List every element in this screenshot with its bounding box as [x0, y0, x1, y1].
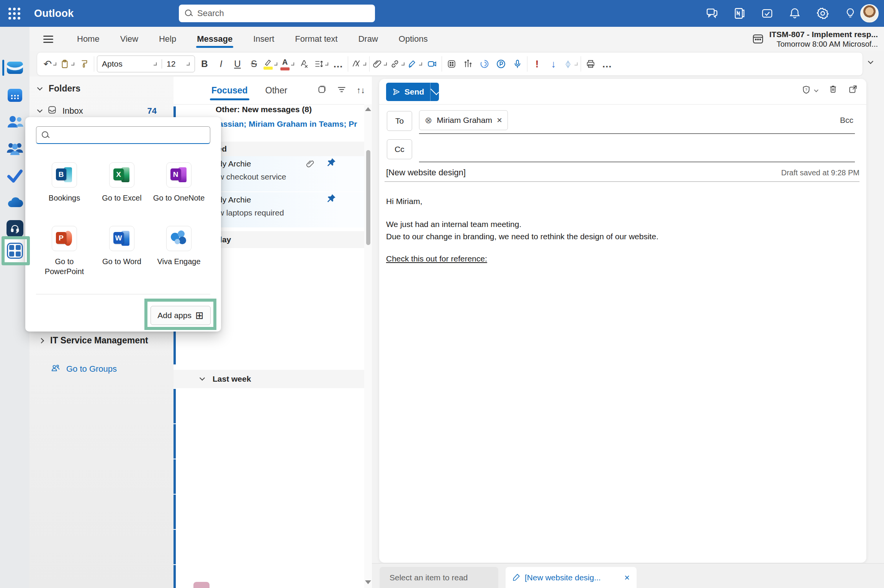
font-family-select[interactable]: Aptos	[97, 59, 162, 69]
to-button[interactable]: To	[387, 111, 412, 131]
itsm-expand-icon[interactable]	[39, 338, 44, 343]
select-messages-icon[interactable]	[317, 85, 327, 96]
tab-draft-new-website-design[interactable]: [New website desig... ×	[506, 567, 637, 588]
sensitivity-button[interactable]	[563, 56, 578, 72]
app-tile-powerpoint[interactable]: P Go to PowerPoint	[36, 226, 93, 276]
tab-home[interactable]: Home	[69, 29, 107, 49]
signature-button[interactable]	[408, 56, 422, 72]
apps-search-input[interactable]	[53, 131, 210, 139]
tab-focused[interactable]: Focused	[211, 85, 248, 96]
ribbon-collapse-icon[interactable]	[868, 59, 873, 64]
tips-lightbulb-icon[interactable]	[844, 7, 856, 20]
meeting-reminder[interactable]: ITSM-807 - Implement resp... Tomorrow 8:…	[751, 30, 878, 49]
cc-field-line[interactable]	[419, 162, 855, 162]
add-apps-button[interactable]: Add apps ⊞	[151, 306, 211, 325]
video-meeting-button[interactable]	[425, 56, 439, 72]
onedrive-cloud-icon[interactable]	[6, 194, 24, 211]
remove-recipient-icon[interactable]: ×	[497, 115, 502, 126]
go-to-groups-link[interactable]: Go to Groups	[50, 363, 117, 375]
mail-icon[interactable]	[6, 59, 24, 77]
body-line-link[interactable]: Check this out for reference:	[386, 254, 487, 263]
apps-search-field[interactable]	[36, 126, 210, 144]
undo-button[interactable]: ↶	[43, 56, 57, 72]
tab-help[interactable]: Help	[151, 29, 184, 49]
account-avatar[interactable]	[860, 4, 879, 23]
search-input[interactable]: Search	[179, 5, 375, 22]
more-apps-grid-icon[interactable]	[6, 242, 24, 260]
bold-button[interactable]: B	[198, 56, 211, 72]
sidebar-item-inbox[interactable]: Inbox 74	[38, 105, 168, 117]
tab-options[interactable]: Options	[391, 29, 435, 49]
copilot-button[interactable]	[494, 56, 508, 72]
banner-senders[interactable]: Atlassian; Miriam Graham in Teams; Pra..…	[208, 119, 357, 129]
filter-icon[interactable]	[337, 85, 347, 96]
tab-insert[interactable]: Insert	[246, 29, 282, 49]
close-draft-tab-icon[interactable]: ×	[624, 572, 630, 583]
app-tile-viva-engage[interactable]: Viva Engage	[150, 226, 208, 266]
underline-button[interactable]: U	[231, 56, 244, 72]
app-tile-excel[interactable]: X Go to Excel	[93, 162, 151, 203]
print-button[interactable]	[584, 56, 598, 72]
teams-chat-icon[interactable]	[706, 7, 719, 20]
todo-check-icon[interactable]	[6, 167, 24, 185]
groups-icon[interactable]	[6, 140, 24, 158]
bcc-toggle[interactable]: Bcc	[840, 116, 853, 125]
inbox-expand-icon[interactable]	[37, 107, 43, 113]
more-formatting-button[interactable]: …	[331, 56, 345, 72]
last-week-collapse-icon[interactable]	[200, 375, 205, 381]
highlight-color-button[interactable]	[264, 56, 278, 72]
onenote-feed-icon[interactable]	[733, 7, 746, 20]
app-launcher-icon[interactable]	[8, 8, 20, 20]
loop-button[interactable]	[478, 56, 491, 72]
italic-button[interactable]: I	[214, 56, 228, 72]
tab-other[interactable]: Other	[265, 85, 288, 96]
pin-icon[interactable]	[326, 193, 337, 205]
tab-select-item-to-read[interactable]: Select an item to read	[380, 567, 498, 588]
strikethrough-button[interactable]: S	[247, 56, 261, 72]
body-line[interactable]: We just had an internal team meeting.	[386, 220, 521, 229]
app-tile-bookings[interactable]: B Bookings	[36, 162, 93, 203]
dictate-button[interactable]	[511, 56, 524, 72]
discard-trash-icon[interactable]	[828, 84, 838, 96]
other-new-messages-banner[interactable]: Other: New messages (8)	[216, 105, 312, 114]
insert-link-button[interactable]	[390, 56, 405, 72]
more-options-button[interactable]: …	[600, 56, 614, 72]
recipient-chip[interactable]: ⊗ Miriam Graham ×	[419, 110, 508, 130]
pin-icon[interactable]	[326, 157, 337, 169]
folders-collapse-icon[interactable]	[37, 85, 43, 90]
cc-button[interactable]: Cc	[387, 139, 412, 159]
send-options-icon[interactable]	[431, 87, 439, 95]
low-importance-button[interactable]: ↓	[547, 56, 560, 72]
styles-button[interactable]	[351, 56, 367, 72]
poll-button[interactable]	[461, 56, 475, 72]
to-field-line[interactable]	[419, 133, 855, 134]
calendar-icon[interactable]	[6, 87, 24, 104]
apps-button[interactable]	[445, 56, 458, 72]
body-line[interactable]: Hi Miriam,	[386, 197, 422, 206]
open-in-new-window-icon[interactable]	[848, 84, 858, 96]
folders-header[interactable]: Folders	[38, 83, 80, 94]
tab-message[interactable]: Message	[189, 29, 240, 49]
scrollbar-thumb[interactable]	[366, 150, 370, 245]
line-spacing-button[interactable]	[314, 56, 329, 72]
people-icon[interactable]	[6, 113, 24, 131]
font-size-select[interactable]: 12	[162, 59, 195, 69]
scroll-down-icon[interactable]	[365, 580, 371, 584]
app-tile-onenote[interactable]: N Go to OneNote	[150, 162, 208, 203]
tab-draw[interactable]: Draw	[350, 29, 385, 49]
high-importance-button[interactable]: !	[530, 56, 544, 72]
scroll-up-icon[interactable]	[365, 107, 371, 111]
font-color-button[interactable]: A	[280, 56, 295, 72]
helpdesk-headset-icon[interactable]	[6, 220, 24, 237]
tab-view[interactable]: View	[113, 29, 146, 49]
format-painter-button[interactable]	[77, 56, 91, 72]
send-button[interactable]: Send	[386, 83, 439, 101]
last-week-section-header[interactable]: Last week	[174, 370, 372, 388]
settings-gear-icon[interactable]	[816, 7, 830, 20]
sort-icon[interactable]: ↑↓	[357, 85, 365, 95]
encryption-shield-icon[interactable]: ?	[801, 85, 818, 95]
app-tile-word[interactable]: W Go to Word	[93, 226, 151, 266]
tab-format-text[interactable]: Format text	[287, 29, 345, 49]
body-line[interactable]: Due to our change in branding, we need t…	[386, 232, 658, 241]
subject-field[interactable]: [New website design]	[386, 168, 466, 178]
